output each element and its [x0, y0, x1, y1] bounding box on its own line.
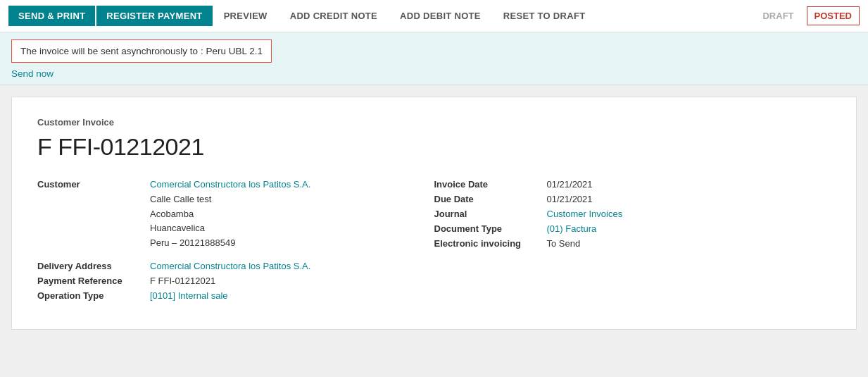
- register-payment-button[interactable]: REGISTER PAYMENT: [96, 6, 212, 26]
- document-type-label: Document Type: [434, 222, 547, 234]
- banner-message-box: The invoice will be sent asynchronously …: [11, 39, 272, 63]
- invoice-date-label: Invoice Date: [434, 178, 547, 190]
- status-group: DRAFT POSTED: [755, 6, 860, 25]
- add-credit-note-button[interactable]: ADD CREDIT NOTE: [279, 6, 389, 26]
- send-print-button[interactable]: SEND & PRINT: [8, 6, 95, 26]
- address-line1: Calle Calle test: [150, 192, 434, 207]
- operation-type-row: Operation Type [0101] Internal sale: [37, 289, 434, 301]
- banner-message-text: The invoice will be sent asynchronously …: [20, 46, 263, 56]
- customer-name[interactable]: Comercial Constructora los Patitos S.A.: [150, 178, 434, 192]
- payment-reference-value: F FFI-01212021: [150, 276, 434, 286]
- preview-button[interactable]: PREVIEW: [213, 6, 279, 26]
- electronic-invoicing-row: Electronic invoicing To Send: [434, 237, 831, 249]
- info-grid: Customer Comercial Constructora los Pati…: [37, 178, 831, 304]
- info-right: Invoice Date 01/21/2021 Due Date 01/21/2…: [434, 178, 831, 304]
- delivery-address-row: Delivery Address Comercial Constructora …: [37, 259, 434, 271]
- customer-label: Customer: [37, 178, 150, 190]
- customer-address-block: Comercial Constructora los Patitos S.A. …: [150, 178, 434, 251]
- due-date-value: 01/21/2021: [547, 194, 831, 204]
- customer-row: Customer Comercial Constructora los Pati…: [37, 178, 434, 251]
- journal-label: Journal: [434, 207, 547, 219]
- status-posted-badge: POSTED: [807, 6, 860, 25]
- delivery-address-value[interactable]: Comercial Constructora los Patitos S.A.: [150, 261, 434, 271]
- doc-type-label: Customer Invoice: [37, 117, 831, 128]
- doc-card: Customer Invoice F FFI-01212021 Customer…: [11, 97, 857, 330]
- invoice-date-value: 01/21/2021: [547, 179, 831, 190]
- send-now-link[interactable]: Send now: [11, 68, 857, 79]
- operation-type-label: Operation Type: [37, 289, 150, 301]
- operation-type-value[interactable]: [0101] Internal sale: [150, 290, 434, 301]
- delivery-address-label: Delivery Address: [37, 259, 150, 271]
- doc-wrapper: Customer Invoice F FFI-01212021 Customer…: [0, 85, 868, 341]
- status-draft-badge: DRAFT: [755, 7, 800, 25]
- journal-row: Journal Customer Invoices: [434, 207, 831, 219]
- invoice-date-row: Invoice Date 01/21/2021: [434, 178, 831, 190]
- toolbar: SEND & PRINT REGISTER PAYMENT PREVIEW AD…: [0, 0, 868, 32]
- address-line3: Huancavelica: [150, 221, 434, 236]
- electronic-invoicing-value: To Send: [547, 238, 831, 249]
- reset-to-draft-button[interactable]: RESET TO DRAFT: [492, 6, 597, 26]
- due-date-row: Due Date 01/21/2021: [434, 192, 831, 204]
- electronic-invoicing-label: Electronic invoicing: [434, 237, 547, 249]
- info-left: Customer Comercial Constructora los Pati…: [37, 178, 434, 304]
- address-line2: Acobamba: [150, 207, 434, 222]
- banner-area: The invoice will be sent asynchronously …: [0, 32, 868, 85]
- due-date-label: Due Date: [434, 192, 547, 204]
- journal-value[interactable]: Customer Invoices: [547, 209, 831, 219]
- document-type-value[interactable]: (01) Factura: [547, 223, 831, 234]
- payment-reference-row: Payment Reference F FFI-01212021: [37, 274, 434, 286]
- doc-title: F FFI-01212021: [37, 133, 831, 161]
- payment-reference-label: Payment Reference: [37, 274, 150, 286]
- document-type-row: Document Type (01) Factura: [434, 222, 831, 234]
- address-line4: Peru – 20121888549: [150, 236, 434, 251]
- add-debit-note-button[interactable]: ADD DEBIT NOTE: [389, 6, 492, 26]
